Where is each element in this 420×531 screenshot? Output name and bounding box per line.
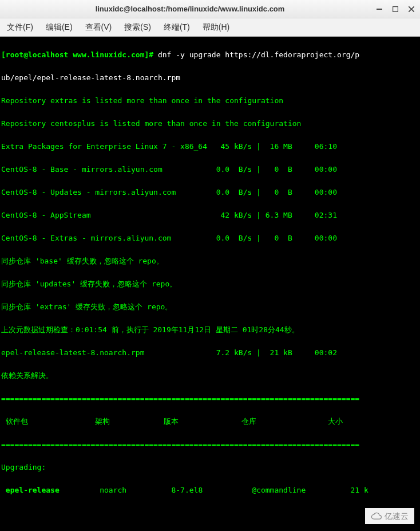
output-line: 依赖关系解决。 [1,370,419,381]
svg-rect-0 [377,9,382,10]
separator-line: ========================================… [1,393,419,404]
command-line: dnf -y upgrade https://dl.fedoraproject.… [158,50,359,59]
output-line [1,508,419,519]
output-line: Extra Packages for Enterprise Linux 7 - … [1,141,419,152]
menu-view[interactable]: 查看(V) [82,21,116,34]
window-title: linuxidc@localhost:/home/linuxidc/www.li… [5,5,375,13]
watermark: 亿速云 [365,508,414,524]
package-name: epel-release [1,486,60,494]
menu-help[interactable]: 帮助(H) [199,21,233,34]
table-header: 软件包 架构 版本 仓库 大小 [1,416,419,427]
output-line: 同步仓库 'extras' 缓存失败，忽略这个 repo。 [1,301,419,313]
terminal-output[interactable]: [root@localhost www.linuxidc.com]# dnf -… [0,37,420,531]
output-line: CentOS-8 - AppStream 42 kB/s | 6.3 MB 02… [1,210,419,221]
output-line: CentOS-8 - Updates - mirrors.aliyun.com … [1,187,419,198]
menu-terminal[interactable]: 终端(T) [160,21,193,34]
command-line-cont: ub/epel/epel-release-latest-8.noarch.rpm [1,72,419,84]
output-line: 同步仓库 'updates' 缓存失败，忽略这个 repo。 [1,278,419,290]
menubar: 文件(F) 编辑(E) 查看(V) 搜索(S) 终端(T) 帮助(H) [0,18,420,37]
maximize-button[interactable] [391,5,399,13]
watermark-text: 亿速云 [385,510,409,522]
menu-search[interactable]: 搜索(S) [121,21,154,34]
upgrading-label: Upgrading: [1,462,419,473]
output-line: CentOS-8 - Base - mirrors.aliyun.com 0.0… [1,164,419,175]
window-titlebar: linuxidc@localhost:/home/linuxidc/www.li… [0,0,420,18]
output-line: Repository centosplus is listed more tha… [1,118,419,129]
output-line: 同步仓库 'base' 缓存失败，忽略这个 repo。 [1,255,419,267]
menu-file[interactable]: 文件(F) [3,21,37,34]
svg-rect-1 [393,6,398,11]
output-line: Repository extras is listed more than on… [1,95,419,107]
shell-prompt: [root@localhost www.linuxidc.com]# [1,50,158,59]
output-line: CentOS-8 - Extras - mirrors.aliyun.com 0… [1,233,419,244]
cloud-icon [371,512,382,520]
menu-edit[interactable]: 编辑(E) [42,21,76,34]
package-details: noarch 8-7.el8 @commandline 21 k [60,486,369,494]
output-line: epel-release-latest-8.noarch.rpm 7.2 kB/… [1,347,419,359]
window-controls [375,5,415,13]
minimize-button[interactable] [375,5,383,13]
close-button[interactable] [407,5,415,13]
output-line: 上次元数据过期检查：0:01:54 前，执行于 2019年11月12日 星期二 … [1,324,419,336]
separator-line: ========================================… [1,439,419,450]
